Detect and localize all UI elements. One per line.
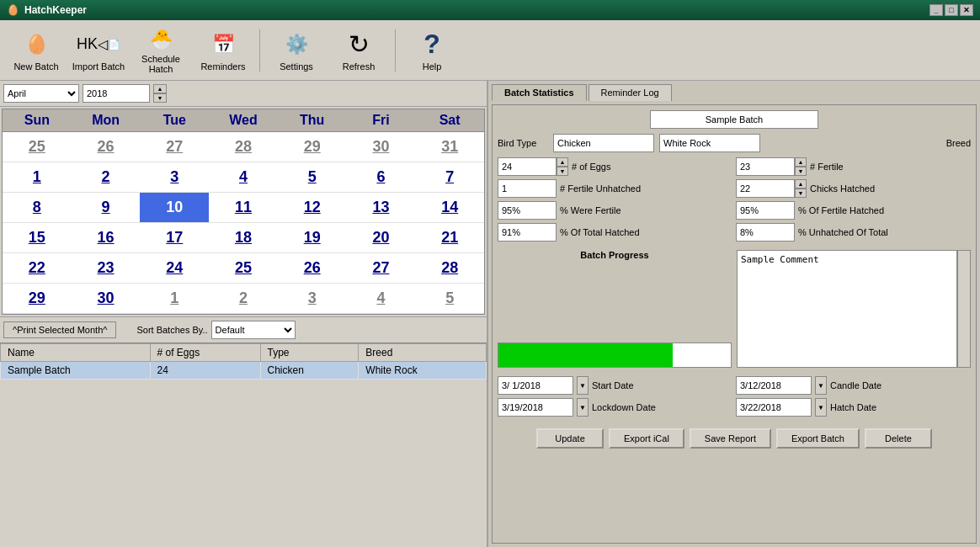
batch-row[interactable]: Sample Batch24ChickenWhite Rock	[1, 362, 487, 380]
settings-button[interactable]: ⚙️ Settings	[267, 25, 326, 76]
lockdown-date-input[interactable]	[498, 398, 573, 417]
new-batch-button[interactable]: 🥚 New Batch	[7, 25, 66, 76]
cal-day-2[interactable]: 2	[72, 162, 141, 193]
year-nav: ▲ ▼	[153, 84, 167, 103]
help-button[interactable]: ? Help	[402, 25, 461, 76]
chicks-hatched-up[interactable]: ▲	[795, 179, 807, 189]
import-batch-button[interactable]: HK◁📄 Import Batch	[69, 25, 128, 76]
hatch-date-dropdown[interactable]: ▼	[815, 398, 827, 417]
month-select[interactable]: April JanuaryFebruaryMarch MayJuneJuly A…	[3, 84, 79, 103]
cal-day-19[interactable]: 19	[278, 223, 347, 253]
cal-day-26[interactable]: 26	[278, 253, 347, 284]
cal-day-5[interactable]: 5	[415, 284, 484, 314]
lockdown-date-label: Lockdown Date	[592, 402, 732, 412]
num-fertile-down[interactable]: ▼	[795, 167, 807, 176]
cal-day-1[interactable]: 1	[3, 162, 72, 193]
candle-date-dropdown[interactable]: ▼	[815, 376, 827, 395]
cal-day-21[interactable]: 21	[415, 223, 484, 253]
start-date-dropdown[interactable]: ▼	[577, 376, 589, 395]
reminders-button[interactable]: 📅 Reminders	[194, 25, 253, 76]
cal-day-25[interactable]: 25	[209, 253, 278, 284]
delete-button[interactable]: Delete	[865, 428, 932, 449]
schedule-hatch-button[interactable]: 🐣 Schedule Hatch	[131, 25, 190, 76]
cal-day-12[interactable]: 12	[278, 193, 347, 223]
batch-title-input[interactable]	[650, 110, 818, 129]
export-batch-button[interactable]: Export Batch	[776, 428, 860, 449]
schedule-hatch-icon: 🐣	[146, 27, 176, 52]
pct-fertile-input[interactable]	[498, 201, 557, 220]
save-report-button[interactable]: Save Report	[690, 428, 771, 449]
cal-day-1[interactable]: 1	[140, 284, 209, 314]
cal-day-14[interactable]: 14	[415, 193, 484, 223]
num-eggs-input[interactable]	[498, 157, 557, 176]
candle-date-input[interactable]	[736, 376, 812, 395]
cal-day-22[interactable]: 22	[3, 253, 72, 284]
cal-day-6[interactable]: 6	[347, 162, 416, 193]
year-input[interactable]	[83, 84, 150, 103]
cal-day-27[interactable]: 27	[140, 132, 209, 162]
cal-day-28[interactable]: 28	[415, 253, 484, 284]
chicks-hatched-down[interactable]: ▼	[795, 189, 807, 198]
num-eggs-up[interactable]: ▲	[557, 157, 568, 167]
comment-scrollbar[interactable]	[957, 250, 971, 368]
cal-day-20[interactable]: 20	[347, 223, 416, 253]
cal-day-11[interactable]: 11	[209, 193, 278, 223]
bird-breed-input[interactable]	[659, 134, 760, 152]
close-button[interactable]: ✕	[960, 4, 973, 16]
cal-day-16[interactable]: 16	[72, 223, 141, 253]
cal-day-5[interactable]: 5	[278, 162, 347, 193]
update-button[interactable]: Update	[536, 428, 604, 449]
tab-reminder-log[interactable]: Reminder Log	[589, 84, 672, 101]
col-breed: Breed	[359, 344, 487, 362]
cal-day-10[interactable]: 10	[140, 193, 209, 223]
tab-batch-statistics[interactable]: Batch Statistics	[492, 84, 587, 101]
num-fertile-up[interactable]: ▲	[795, 157, 807, 167]
num-eggs-down[interactable]: ▼	[557, 167, 568, 176]
cal-day-30[interactable]: 30	[347, 132, 416, 162]
cal-day-29[interactable]: 29	[3, 284, 72, 314]
year-down-button[interactable]: ▼	[153, 93, 167, 103]
pct-total-hatched-input[interactable]	[498, 223, 557, 242]
hatch-date-input[interactable]	[736, 398, 812, 417]
cal-day-26[interactable]: 26	[72, 132, 141, 162]
cal-day-2[interactable]: 2	[209, 284, 278, 314]
cal-day-29[interactable]: 29	[278, 132, 347, 162]
num-fertile-input[interactable]	[736, 157, 795, 176]
fertile-unhatched-input[interactable]	[498, 179, 557, 198]
pct-fertile-hatched-input[interactable]	[736, 201, 795, 220]
cal-day-4[interactable]: 4	[347, 284, 416, 314]
pct-unhatched-input[interactable]	[736, 223, 795, 242]
cal-day-13[interactable]: 13	[347, 193, 416, 223]
cal-header-sun: Sun	[3, 109, 72, 131]
start-date-input[interactable]	[498, 376, 573, 395]
maximize-button[interactable]: □	[945, 4, 958, 16]
export-ical-button[interactable]: Export iCal	[609, 428, 684, 449]
chicks-hatched-input[interactable]	[736, 179, 795, 198]
refresh-button[interactable]: ↺ Refresh	[329, 25, 388, 76]
cal-day-31[interactable]: 31	[415, 132, 484, 162]
comment-textarea[interactable]	[737, 250, 957, 368]
cal-day-25[interactable]: 25	[3, 132, 72, 162]
cal-day-3[interactable]: 3	[278, 284, 347, 314]
cal-day-30[interactable]: 30	[72, 284, 141, 314]
cal-day-23[interactable]: 23	[72, 253, 141, 284]
cal-day-9[interactable]: 9	[72, 193, 141, 223]
right-panel: Batch Statistics Reminder Log Bird Type …	[488, 81, 980, 547]
year-up-button[interactable]: ▲	[153, 84, 167, 93]
cal-day-18[interactable]: 18	[209, 223, 278, 253]
sort-select[interactable]: Default Name Date	[211, 321, 296, 339]
cal-day-3[interactable]: 3	[140, 162, 209, 193]
cal-day-28[interactable]: 28	[209, 132, 278, 162]
cal-day-24[interactable]: 24	[140, 253, 209, 284]
cal-day-4[interactable]: 4	[209, 162, 278, 193]
cal-day-17[interactable]: 17	[140, 223, 209, 253]
lockdown-date-dropdown[interactable]: ▼	[577, 398, 589, 417]
print-month-button[interactable]: ^Print Selected Month^	[3, 321, 116, 338]
bird-type-input[interactable]	[553, 134, 654, 152]
cal-day-7[interactable]: 7	[415, 162, 484, 193]
cal-day-8[interactable]: 8	[3, 193, 72, 223]
minimize-button[interactable]: _	[929, 4, 943, 16]
cal-day-27[interactable]: 27	[347, 253, 416, 284]
cal-day-15[interactable]: 15	[3, 223, 72, 253]
num-fertile-label: # Fertile	[810, 162, 971, 172]
